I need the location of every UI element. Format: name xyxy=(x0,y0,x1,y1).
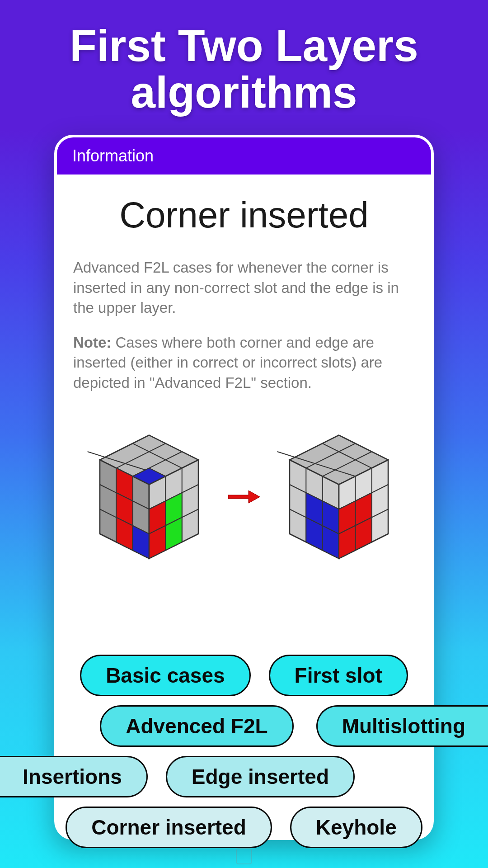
header-title: Information xyxy=(72,146,154,165)
chip-row-1: Basic cases First slot xyxy=(0,655,488,696)
hero-title-line1: First Two Layers xyxy=(70,21,418,71)
cube-before-icon xyxy=(86,429,212,565)
app-header: Information xyxy=(57,137,431,175)
chip-insertions[interactable]: Insertions xyxy=(0,756,148,797)
note-label: Note: xyxy=(73,334,111,351)
chip-keyhole[interactable]: Keyhole xyxy=(290,807,422,848)
chip-row-3: Insertions Edge inserted xyxy=(0,756,488,797)
content-area: Corner inserted Advanced F2L cases for w… xyxy=(57,175,431,585)
cube-diagram xyxy=(73,429,415,565)
chip-edge-inserted[interactable]: Edge inserted xyxy=(166,756,355,797)
system-nav-icon xyxy=(236,848,252,864)
chip-first-slot[interactable]: First slot xyxy=(269,655,408,696)
chip-row-4: Corner inserted Keyhole xyxy=(0,807,488,848)
hero-title: First Two Layers algorithms xyxy=(0,0,488,116)
cube-after-icon xyxy=(276,429,402,565)
chip-corner-inserted[interactable]: Corner inserted xyxy=(66,807,272,848)
note-text: Cases where both corner and edge are ins… xyxy=(73,334,382,391)
content-description: Advanced F2L cases for whenever the corn… xyxy=(73,258,415,318)
chip-multislotting[interactable]: Multislotting xyxy=(316,705,488,747)
chip-row-2: Advenced F2L Multislotting xyxy=(0,705,488,747)
content-note: Note: Cases where both corner and edge a… xyxy=(73,333,415,393)
chip-advanced-f2l[interactable]: Advenced F2L xyxy=(100,705,293,747)
arrow-right-icon xyxy=(226,488,262,506)
content-title: Corner inserted xyxy=(73,194,415,236)
chip-basic-cases[interactable]: Basic cases xyxy=(80,655,250,696)
hero-title-line2: algorithms xyxy=(131,67,357,117)
chips-container: Basic cases First slot Advenced F2L Mult… xyxy=(0,655,488,848)
